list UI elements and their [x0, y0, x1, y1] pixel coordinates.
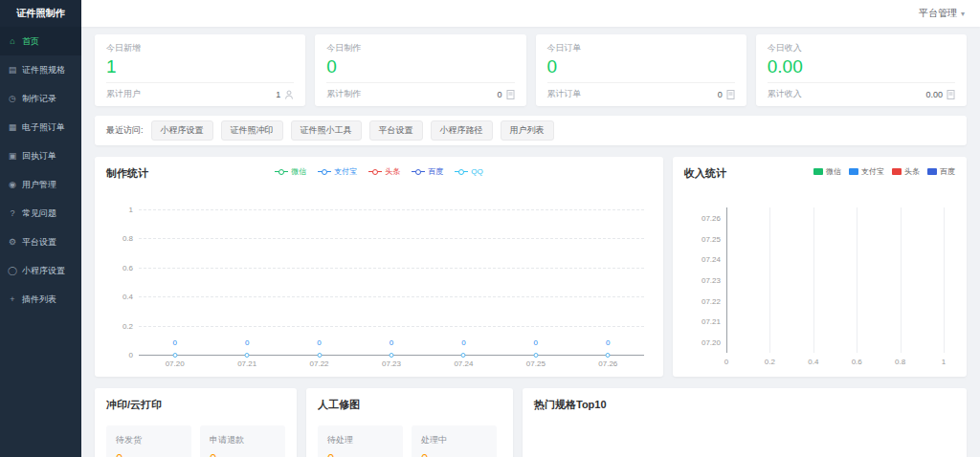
recent-visits-bar: 最近访问: 小程序设置 证件照冲印 证件照小工具 平台设置 小程序路径 用户列表	[95, 116, 967, 145]
stat-card-today-orders: 今日订单 0 累计订单 0	[536, 34, 746, 106]
stat-card-today-made: 今日制作 0 累计制作 0	[315, 34, 525, 106]
hot-specs-card: 热门规格Top10	[523, 388, 967, 457]
main-area: 平台管理 ▾ 今日新增 1 累计用户 1	[81, 0, 980, 457]
y-category: 07.20	[702, 338, 721, 347]
stat-value: 0.00	[768, 56, 955, 77]
x-tick: 07.22	[310, 359, 329, 368]
legend-item-baidu[interactable]: 百度	[412, 166, 443, 177]
y-tick: 0.4	[112, 293, 133, 301]
stat-box-label: 待发货	[116, 434, 182, 446]
sidebar-item-platform-settings[interactable]: ⚙ 平台设置	[0, 228, 81, 256]
card-title: 冲印/云打印	[106, 398, 285, 412]
square-marker-icon	[892, 168, 902, 175]
stat-label: 今日制作	[326, 42, 514, 54]
data-point[interactable]	[461, 353, 466, 358]
data-point[interactable]	[317, 353, 322, 358]
line-marker-icon	[318, 168, 331, 175]
point-label: 0	[534, 338, 538, 347]
home-icon: ⌂	[8, 36, 17, 46]
sidebar-item-label: 回执订单	[22, 150, 56, 163]
stat-total-value: 0.00	[925, 90, 943, 99]
point-label: 0	[461, 338, 465, 347]
sidebar-item-miniprogram-settings[interactable]: ◯ 小程序设置	[0, 256, 81, 285]
point-label: 0	[317, 338, 321, 347]
account-menu-label: 平台管理	[919, 7, 957, 20]
x-tick: 0.4	[808, 358, 818, 366]
y-category: 07.21	[702, 317, 721, 326]
sidebar-item-label: 小程序设置	[22, 265, 65, 277]
income-stats-chart: 收入统计 微信 支付宝 头条 百度 07.26 07.25 07.24	[673, 157, 967, 377]
line-marker-icon	[455, 168, 468, 175]
top-header: 平台管理 ▾	[81, 0, 980, 27]
y-category: 07.26	[702, 213, 721, 222]
legend-item-toutiao[interactable]: 头条	[892, 166, 920, 177]
sidebar-item-user-management[interactable]: ◉ 用户管理	[0, 170, 81, 199]
point-label: 0	[606, 338, 610, 347]
stat-box-value: 0	[327, 451, 393, 457]
quick-link-user-list[interactable]: 用户列表	[501, 120, 554, 141]
stat-total-value: 1	[276, 90, 280, 99]
sidebar-item-plugin-list[interactable]: + 插件列表	[0, 285, 81, 314]
stat-box-pending[interactable]: 待处理 0	[318, 425, 403, 457]
account-menu[interactable]: 平台管理 ▾	[919, 7, 965, 20]
x-tick: 07.21	[237, 359, 256, 368]
data-point[interactable]	[245, 353, 250, 358]
legend-item-toutiao[interactable]: 头条	[368, 166, 400, 177]
stat-box-refund-requests[interactable]: 申请退款 0	[200, 425, 285, 457]
sidebar-item-receipt-orders[interactable]: ▣ 回执订单	[0, 141, 81, 170]
gear-icon: ⚙	[8, 237, 17, 247]
x-tick: 07.25	[526, 359, 546, 368]
sidebar-item-home[interactable]: ⌂ 首页	[0, 27, 81, 55]
data-point[interactable]	[606, 353, 611, 358]
y-category: 07.24	[702, 255, 721, 264]
sidebar-item-faq[interactable]: ? 常见问题	[0, 199, 81, 228]
legend-item-alipay[interactable]: 支付宝	[849, 166, 884, 177]
app-logo: 证件照制作	[0, 0, 81, 27]
stat-box-pending-ship[interactable]: 待发货 0	[106, 425, 191, 457]
document-icon	[947, 90, 955, 99]
data-point[interactable]	[390, 353, 394, 358]
sidebar-item-ephoto-orders[interactable]: ▦ 电子照订单	[0, 113, 81, 141]
y-tick: 0	[112, 351, 133, 359]
bottom-cards-row: 冲印/云打印 待发货 0 申请退款 0 人工修图 待处理	[95, 388, 967, 457]
clock-icon: ◷	[8, 94, 17, 103]
legend-item-baidu[interactable]: 百度	[927, 166, 955, 177]
stat-box-processing[interactable]: 处理中 0	[412, 425, 497, 457]
legend-item-wechat[interactable]: 微信	[275, 166, 306, 177]
square-marker-icon	[849, 168, 858, 175]
bar-chart-plot: 07.26 07.25 07.24 07.23 07.22 07.21 07.2…	[726, 207, 944, 353]
id-card-icon: ▤	[8, 65, 17, 75]
x-tick: 0.6	[852, 358, 862, 366]
sidebar-item-label: 电子照订单	[22, 121, 65, 134]
card-title: 热门规格Top10	[534, 398, 955, 412]
quick-link-miniprogram-path[interactable]: 小程序路径	[431, 120, 493, 141]
x-tick: 0	[724, 358, 728, 366]
stat-value: 0	[547, 56, 735, 77]
x-tick: 07.26	[598, 359, 617, 368]
stat-total-label: 累计订单	[547, 88, 582, 100]
quick-link-platform-settings[interactable]: 平台设置	[369, 120, 423, 141]
sidebar-item-make-records[interactable]: ◷ 制作记录	[0, 84, 81, 113]
sidebar-item-photo-specs[interactable]: ▤ 证件照规格	[0, 55, 81, 84]
sidebar: 证件照制作 ⌂ 首页 ▤ 证件照规格 ◷ 制作记录 ▦ 电子照订单 ▣ 回执订单…	[0, 0, 81, 457]
y-category: 07.23	[702, 276, 721, 285]
legend-item-qq[interactable]: QQ	[455, 166, 482, 177]
quick-link-miniprogram-settings[interactable]: 小程序设置	[151, 120, 213, 141]
data-point[interactable]	[172, 353, 177, 358]
square-marker-icon	[813, 168, 823, 175]
line-marker-icon	[368, 168, 382, 175]
stat-box-value: 0	[210, 451, 276, 457]
data-point[interactable]	[533, 353, 538, 358]
square-marker-icon	[927, 168, 937, 175]
quick-link-photo-tools[interactable]: 证件照小工具	[291, 120, 362, 141]
card-title: 人工修图	[318, 398, 501, 412]
plugin-icon: +	[8, 294, 17, 304]
stat-box-label: 待处理	[327, 434, 393, 446]
legend-item-alipay[interactable]: 支付宝	[318, 166, 357, 177]
quick-link-photo-print[interactable]: 证件照冲印	[221, 120, 283, 141]
legend-item-wechat[interactable]: 微信	[813, 166, 841, 177]
stat-value: 1	[106, 56, 294, 77]
point-label: 0	[245, 338, 249, 347]
stat-total-value: 0	[497, 90, 501, 99]
user-icon	[284, 90, 294, 99]
